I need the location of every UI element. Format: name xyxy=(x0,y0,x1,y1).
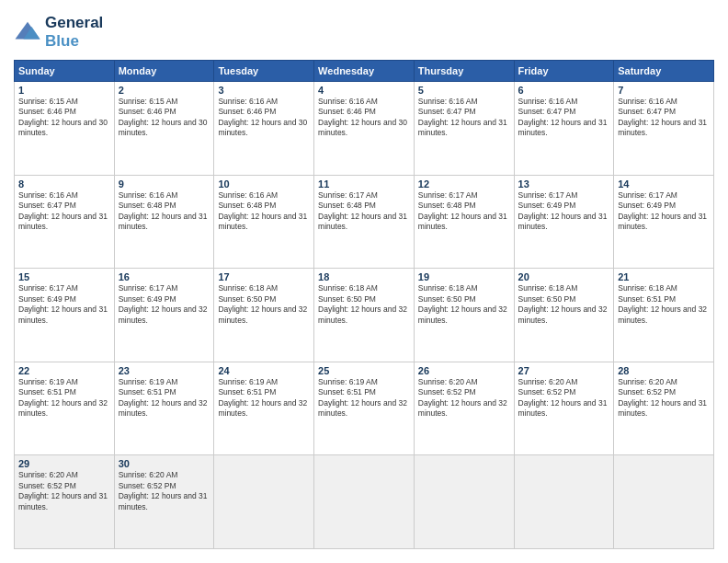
calendar-day-cell xyxy=(214,455,314,549)
sunset-label: Sunset: xyxy=(18,107,47,116)
daylight-label: Daylight: 12 hours and 31 minutes. xyxy=(218,212,307,231)
calendar-day-cell: 29 Sunrise: 6:20 AM Sunset: 6:52 PM Dayl… xyxy=(15,455,115,549)
sunset-label: Sunset: xyxy=(18,294,47,304)
calendar-day-cell xyxy=(514,455,614,549)
sunset-label: Sunset: xyxy=(18,387,47,396)
sunrise-label: Sunrise: xyxy=(119,190,150,200)
sunset-label: Sunset: xyxy=(119,107,147,116)
sunrise-value: 6:16 AM xyxy=(549,97,577,106)
day-info: Sunrise: 6:18 AM Sunset: 6:50 PM Dayligh… xyxy=(318,283,410,326)
day-info: Sunrise: 6:15 AM Sunset: 6:46 PM Dayligh… xyxy=(18,97,110,139)
calendar-body: 1 Sunrise: 6:15 AM Sunset: 6:46 PM Dayli… xyxy=(15,82,714,549)
sunrise-label: Sunrise: xyxy=(518,377,550,386)
sunset-value: 6:46 PM xyxy=(47,107,76,116)
sunrise-label: Sunrise: xyxy=(618,377,649,386)
sunset-label: Sunset: xyxy=(518,107,547,116)
day-info: Sunrise: 6:20 AM Sunset: 6:52 PM Dayligh… xyxy=(618,377,710,419)
sunset-label: Sunset: xyxy=(618,201,646,210)
calendar-day-cell: 16 Sunrise: 6:17 AM Sunset: 6:49 PM Dayl… xyxy=(114,269,214,362)
sunset-label: Sunset: xyxy=(18,481,47,490)
day-info: Sunrise: 6:15 AM Sunset: 6:46 PM Dayligh… xyxy=(119,97,210,139)
sunset-label: Sunset: xyxy=(119,201,147,210)
sunrise-label: Sunrise: xyxy=(418,97,449,106)
day-number: 24 xyxy=(218,365,310,376)
sunrise-label: Sunrise: xyxy=(18,190,50,200)
sunrise-label: Sunrise: xyxy=(318,283,349,293)
sunrise-value: 6:16 AM xyxy=(449,97,477,106)
sunset-value: 6:49 PM xyxy=(147,294,176,304)
daylight-label: Daylight: 12 hours and 31 minutes. xyxy=(518,118,608,137)
sunrise-label: Sunrise: xyxy=(318,377,349,386)
day-number: 9 xyxy=(119,178,210,190)
day-number: 25 xyxy=(318,365,410,376)
day-number: 14 xyxy=(618,178,710,190)
daylight-label: Daylight: 12 hours and 32 minutes. xyxy=(618,304,707,324)
calendar-table: SundayMondayTuesdayWednesdayThursdayFrid… xyxy=(14,60,714,549)
day-number: 6 xyxy=(518,85,610,96)
sunset-value: 6:50 PM xyxy=(547,294,576,304)
calendar-day-cell: 28 Sunrise: 6:20 AM Sunset: 6:52 PM Dayl… xyxy=(614,362,714,455)
sunrise-value: 6:19 AM xyxy=(249,377,278,386)
sunset-value: 6:50 PM xyxy=(447,294,476,304)
sunrise-label: Sunrise: xyxy=(518,283,550,293)
day-info: Sunrise: 6:20 AM Sunset: 6:52 PM Dayligh… xyxy=(119,470,210,512)
calendar-day-cell: 4 Sunrise: 6:16 AM Sunset: 6:46 PM Dayli… xyxy=(314,82,415,176)
daylight-label: Daylight: 12 hours and 30 minutes. xyxy=(119,118,208,137)
calendar-day-cell: 17 Sunrise: 6:18 AM Sunset: 6:50 PM Dayl… xyxy=(214,269,314,362)
sunset-label: Sunset: xyxy=(418,107,447,116)
daylight-label: Daylight: 12 hours and 31 minutes. xyxy=(18,212,108,231)
sunset-label: Sunset: xyxy=(318,294,347,304)
sunrise-value: 6:15 AM xyxy=(50,97,78,106)
day-number: 26 xyxy=(418,365,510,376)
calendar-day-cell: 19 Sunrise: 6:18 AM Sunset: 6:50 PM Dayl… xyxy=(414,269,514,362)
daylight-label: Daylight: 12 hours and 31 minutes. xyxy=(318,212,407,231)
sunset-value: 6:47 PM xyxy=(547,107,576,116)
weekday-header: Sunday xyxy=(15,61,115,82)
day-info: Sunrise: 6:17 AM Sunset: 6:49 PM Dayligh… xyxy=(18,283,110,326)
sunrise-value: 6:19 AM xyxy=(50,377,78,386)
sunset-value: 6:52 PM xyxy=(147,481,176,490)
sunset-label: Sunset: xyxy=(518,294,547,304)
sunset-label: Sunset: xyxy=(218,107,246,116)
sunrise-label: Sunrise: xyxy=(119,470,150,479)
calendar-day-cell xyxy=(614,455,714,549)
sunrise-value: 6:16 AM xyxy=(249,190,278,200)
sunrise-value: 6:17 AM xyxy=(149,283,177,293)
sunrise-value: 6:20 AM xyxy=(50,470,78,479)
sunrise-label: Sunrise: xyxy=(518,190,550,200)
sunset-value: 6:52 PM xyxy=(547,387,576,396)
day-number: 21 xyxy=(618,271,710,282)
sunset-value: 6:47 PM xyxy=(646,107,676,116)
sunset-value: 6:48 PM xyxy=(447,201,476,210)
sunset-label: Sunset: xyxy=(218,294,246,304)
day-info: Sunrise: 6:20 AM Sunset: 6:52 PM Dayligh… xyxy=(518,377,610,419)
calendar-day-cell: 10 Sunrise: 6:16 AM Sunset: 6:48 PM Dayl… xyxy=(214,175,314,269)
sunrise-label: Sunrise: xyxy=(218,97,249,106)
sunrise-value: 6:19 AM xyxy=(349,377,378,386)
sunset-label: Sunset: xyxy=(618,294,646,304)
sunrise-value: 6:16 AM xyxy=(149,190,177,200)
sunrise-value: 6:17 AM xyxy=(649,190,677,200)
sunset-label: Sunset: xyxy=(518,387,547,396)
day-number: 8 xyxy=(18,178,110,190)
day-info: Sunrise: 6:19 AM Sunset: 6:51 PM Dayligh… xyxy=(119,377,210,419)
logo-icon xyxy=(14,18,41,46)
daylight-label: Daylight: 12 hours and 32 minutes. xyxy=(218,304,307,324)
day-number: 4 xyxy=(318,85,410,96)
sunset-value: 6:51 PM xyxy=(646,294,676,304)
sunset-value: 6:47 PM xyxy=(47,201,76,210)
day-number: 1 xyxy=(18,85,110,96)
daylight-label: Daylight: 12 hours and 31 minutes. xyxy=(119,491,208,511)
daylight-label: Daylight: 12 hours and 31 minutes. xyxy=(618,118,707,137)
calendar-day-cell: 30 Sunrise: 6:20 AM Sunset: 6:52 PM Dayl… xyxy=(114,455,214,549)
daylight-label: Daylight: 12 hours and 31 minutes. xyxy=(518,212,608,231)
logo-text-line2: Blue xyxy=(45,32,103,51)
sunrise-label: Sunrise: xyxy=(218,377,249,386)
sunrise-value: 6:17 AM xyxy=(50,283,78,293)
day-number: 23 xyxy=(119,365,210,376)
day-number: 18 xyxy=(318,271,410,282)
day-number: 28 xyxy=(618,365,710,376)
daylight-label: Daylight: 12 hours and 32 minutes. xyxy=(18,398,108,418)
sunrise-value: 6:17 AM xyxy=(449,190,477,200)
sunset-value: 6:52 PM xyxy=(447,387,476,396)
